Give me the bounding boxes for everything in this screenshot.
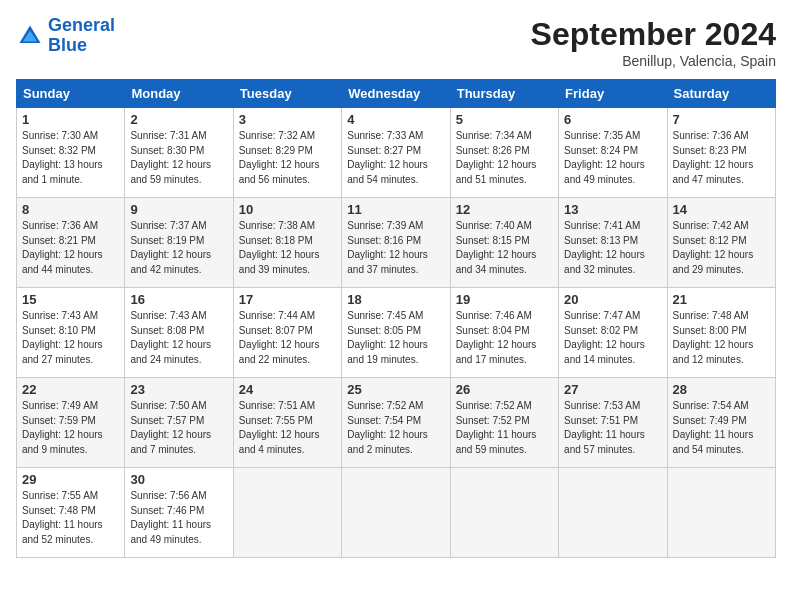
day-info: Sunrise: 7:47 AM Sunset: 8:02 PM Dayligh… [564, 309, 661, 367]
calendar-cell [559, 468, 667, 558]
day-number: 19 [456, 292, 553, 307]
logo-text: General Blue [48, 16, 115, 56]
day-number: 25 [347, 382, 444, 397]
calendar-cell: 4 Sunrise: 7:33 AM Sunset: 8:27 PM Dayli… [342, 108, 450, 198]
day-info: Sunrise: 7:31 AM Sunset: 8:30 PM Dayligh… [130, 129, 227, 187]
day-number: 2 [130, 112, 227, 127]
col-header-wednesday: Wednesday [342, 80, 450, 108]
day-number: 10 [239, 202, 336, 217]
location: Benillup, Valencia, Spain [531, 53, 776, 69]
day-number: 18 [347, 292, 444, 307]
day-info: Sunrise: 7:43 AM Sunset: 8:10 PM Dayligh… [22, 309, 119, 367]
day-info: Sunrise: 7:40 AM Sunset: 8:15 PM Dayligh… [456, 219, 553, 277]
calendar-cell: 2 Sunrise: 7:31 AM Sunset: 8:30 PM Dayli… [125, 108, 233, 198]
day-info: Sunrise: 7:42 AM Sunset: 8:12 PM Dayligh… [673, 219, 770, 277]
col-header-monday: Monday [125, 80, 233, 108]
day-info: Sunrise: 7:36 AM Sunset: 8:21 PM Dayligh… [22, 219, 119, 277]
day-number: 13 [564, 202, 661, 217]
day-info: Sunrise: 7:39 AM Sunset: 8:16 PM Dayligh… [347, 219, 444, 277]
calendar-cell: 11 Sunrise: 7:39 AM Sunset: 8:16 PM Dayl… [342, 198, 450, 288]
calendar-cell: 5 Sunrise: 7:34 AM Sunset: 8:26 PM Dayli… [450, 108, 558, 198]
day-number: 8 [22, 202, 119, 217]
day-number: 4 [347, 112, 444, 127]
calendar-cell: 3 Sunrise: 7:32 AM Sunset: 8:29 PM Dayli… [233, 108, 341, 198]
day-info: Sunrise: 7:41 AM Sunset: 8:13 PM Dayligh… [564, 219, 661, 277]
calendar-cell: 13 Sunrise: 7:41 AM Sunset: 8:13 PM Dayl… [559, 198, 667, 288]
day-number: 24 [239, 382, 336, 397]
day-number: 30 [130, 472, 227, 487]
day-info: Sunrise: 7:33 AM Sunset: 8:27 PM Dayligh… [347, 129, 444, 187]
logo-icon [16, 22, 44, 50]
day-info: Sunrise: 7:56 AM Sunset: 7:46 PM Dayligh… [130, 489, 227, 547]
calendar-cell: 24 Sunrise: 7:51 AM Sunset: 7:55 PM Dayl… [233, 378, 341, 468]
calendar-cell: 18 Sunrise: 7:45 AM Sunset: 8:05 PM Dayl… [342, 288, 450, 378]
day-info: Sunrise: 7:51 AM Sunset: 7:55 PM Dayligh… [239, 399, 336, 457]
title-block: September 2024 Benillup, Valencia, Spain [531, 16, 776, 69]
day-number: 1 [22, 112, 119, 127]
calendar-cell [450, 468, 558, 558]
day-info: Sunrise: 7:52 AM Sunset: 7:52 PM Dayligh… [456, 399, 553, 457]
day-info: Sunrise: 7:36 AM Sunset: 8:23 PM Dayligh… [673, 129, 770, 187]
day-info: Sunrise: 7:35 AM Sunset: 8:24 PM Dayligh… [564, 129, 661, 187]
col-header-saturday: Saturday [667, 80, 775, 108]
calendar-cell: 22 Sunrise: 7:49 AM Sunset: 7:59 PM Dayl… [17, 378, 125, 468]
col-header-sunday: Sunday [17, 80, 125, 108]
calendar-cell: 10 Sunrise: 7:38 AM Sunset: 8:18 PM Dayl… [233, 198, 341, 288]
calendar-cell: 26 Sunrise: 7:52 AM Sunset: 7:52 PM Dayl… [450, 378, 558, 468]
day-number: 12 [456, 202, 553, 217]
day-number: 21 [673, 292, 770, 307]
calendar-cell: 30 Sunrise: 7:56 AM Sunset: 7:46 PM Dayl… [125, 468, 233, 558]
day-number: 15 [22, 292, 119, 307]
day-info: Sunrise: 7:46 AM Sunset: 8:04 PM Dayligh… [456, 309, 553, 367]
day-number: 29 [22, 472, 119, 487]
day-info: Sunrise: 7:52 AM Sunset: 7:54 PM Dayligh… [347, 399, 444, 457]
calendar-cell: 23 Sunrise: 7:50 AM Sunset: 7:57 PM Dayl… [125, 378, 233, 468]
day-info: Sunrise: 7:30 AM Sunset: 8:32 PM Dayligh… [22, 129, 119, 187]
day-number: 9 [130, 202, 227, 217]
day-info: Sunrise: 7:49 AM Sunset: 7:59 PM Dayligh… [22, 399, 119, 457]
calendar-cell: 7 Sunrise: 7:36 AM Sunset: 8:23 PM Dayli… [667, 108, 775, 198]
day-info: Sunrise: 7:37 AM Sunset: 8:19 PM Dayligh… [130, 219, 227, 277]
day-number: 3 [239, 112, 336, 127]
day-number: 5 [456, 112, 553, 127]
calendar-cell: 14 Sunrise: 7:42 AM Sunset: 8:12 PM Dayl… [667, 198, 775, 288]
day-number: 23 [130, 382, 227, 397]
calendar-cell: 9 Sunrise: 7:37 AM Sunset: 8:19 PM Dayli… [125, 198, 233, 288]
day-number: 7 [673, 112, 770, 127]
calendar-cell [667, 468, 775, 558]
calendar-cell: 19 Sunrise: 7:46 AM Sunset: 8:04 PM Dayl… [450, 288, 558, 378]
day-info: Sunrise: 7:34 AM Sunset: 8:26 PM Dayligh… [456, 129, 553, 187]
calendar-cell: 12 Sunrise: 7:40 AM Sunset: 8:15 PM Dayl… [450, 198, 558, 288]
col-header-thursday: Thursday [450, 80, 558, 108]
calendar-cell: 15 Sunrise: 7:43 AM Sunset: 8:10 PM Dayl… [17, 288, 125, 378]
day-number: 11 [347, 202, 444, 217]
day-number: 16 [130, 292, 227, 307]
logo-line1: General [48, 15, 115, 35]
day-info: Sunrise: 7:48 AM Sunset: 8:00 PM Dayligh… [673, 309, 770, 367]
day-info: Sunrise: 7:44 AM Sunset: 8:07 PM Dayligh… [239, 309, 336, 367]
day-number: 17 [239, 292, 336, 307]
day-number: 28 [673, 382, 770, 397]
day-info: Sunrise: 7:45 AM Sunset: 8:05 PM Dayligh… [347, 309, 444, 367]
day-number: 6 [564, 112, 661, 127]
logo: General Blue [16, 16, 115, 56]
day-info: Sunrise: 7:50 AM Sunset: 7:57 PM Dayligh… [130, 399, 227, 457]
day-info: Sunrise: 7:54 AM Sunset: 7:49 PM Dayligh… [673, 399, 770, 457]
calendar-cell: 27 Sunrise: 7:53 AM Sunset: 7:51 PM Dayl… [559, 378, 667, 468]
calendar-cell [342, 468, 450, 558]
day-number: 20 [564, 292, 661, 307]
day-number: 27 [564, 382, 661, 397]
logo-line2: Blue [48, 35, 87, 55]
calendar-cell [233, 468, 341, 558]
day-info: Sunrise: 7:32 AM Sunset: 8:29 PM Dayligh… [239, 129, 336, 187]
calendar-cell: 6 Sunrise: 7:35 AM Sunset: 8:24 PM Dayli… [559, 108, 667, 198]
calendar-cell: 21 Sunrise: 7:48 AM Sunset: 8:00 PM Dayl… [667, 288, 775, 378]
calendar-cell: 8 Sunrise: 7:36 AM Sunset: 8:21 PM Dayli… [17, 198, 125, 288]
calendar-cell: 25 Sunrise: 7:52 AM Sunset: 7:54 PM Dayl… [342, 378, 450, 468]
calendar-cell: 28 Sunrise: 7:54 AM Sunset: 7:49 PM Dayl… [667, 378, 775, 468]
day-info: Sunrise: 7:53 AM Sunset: 7:51 PM Dayligh… [564, 399, 661, 457]
page-header: General Blue September 2024 Benillup, Va… [16, 16, 776, 69]
col-header-tuesday: Tuesday [233, 80, 341, 108]
calendar-cell: 20 Sunrise: 7:47 AM Sunset: 8:02 PM Dayl… [559, 288, 667, 378]
day-info: Sunrise: 7:43 AM Sunset: 8:08 PM Dayligh… [130, 309, 227, 367]
